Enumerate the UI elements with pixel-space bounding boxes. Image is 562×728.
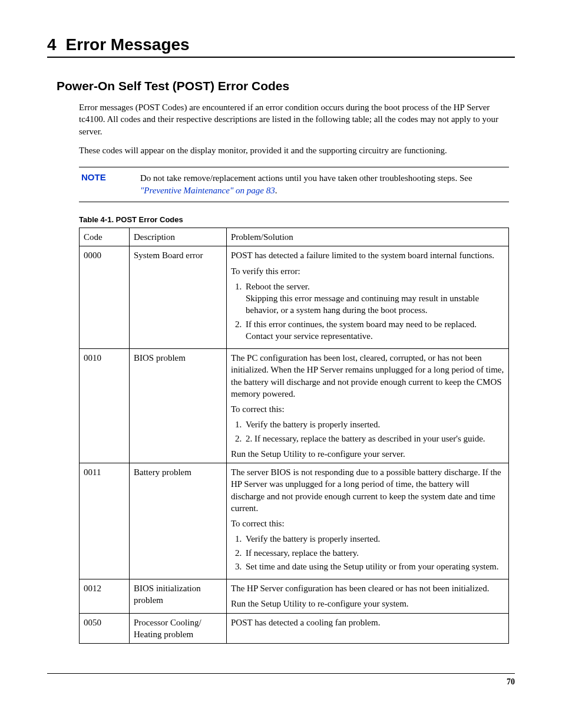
header-description: Description	[130, 228, 227, 246]
cell-description: BIOS problem	[130, 349, 227, 463]
cell-code: 0000	[80, 246, 130, 349]
cell-solution: POST has detected a cooling fan problem.	[227, 613, 509, 644]
solution-text: To verify this error:	[231, 265, 504, 277]
cell-code: 0010	[80, 349, 130, 463]
cell-solution: The PC configuration has been lost, clea…	[227, 349, 509, 463]
step-text: Reboot the server.	[246, 282, 310, 291]
cell-description: BIOS initialization problem	[130, 579, 227, 614]
step-item: 2. If necessary, replace the battery as …	[244, 433, 504, 444]
step-item: If necessary, replace the battery.	[244, 547, 504, 559]
page-footer: 70	[47, 673, 515, 687]
cell-solution: POST has detected a failure limited to t…	[227, 246, 509, 349]
table-row: 0050 Processor Cooling/ Heating problem …	[80, 613, 509, 644]
solution-text: Run the Setup Utility to re-configure yo…	[231, 598, 504, 610]
solution-text: To correct this:	[231, 518, 504, 529]
table-row: 0000 System Board error POST has detecte…	[80, 246, 509, 349]
solution-text: The HP Server configuration has been cle…	[231, 582, 504, 594]
note-box: NOTE Do not take remove/replacement acti…	[79, 167, 509, 202]
solution-text: The PC configuration has been lost, clea…	[231, 352, 504, 400]
intro-paragraph-2: These codes will appear on the display m…	[79, 144, 509, 156]
cell-code: 0012	[80, 579, 130, 614]
header-code: Code	[80, 228, 130, 246]
note-text-a: Do not take remove/replacement actions u…	[140, 173, 472, 183]
note-link[interactable]: "Preventive Maintenance" on page 83	[140, 186, 275, 195]
chapter-number: 4	[47, 35, 57, 54]
chapter-header: 4 Error Messages	[47, 35, 515, 58]
cell-description: Processor Cooling/ Heating problem	[130, 613, 227, 644]
step-item: Set time and date using the Setup utilit…	[244, 561, 504, 572]
solution-text: POST has detected a failure limited to t…	[231, 249, 504, 261]
section-title: Power-On Self Test (POST) Error Codes	[57, 79, 515, 93]
table-row: 0010 BIOS problem The PC configuration h…	[80, 349, 509, 463]
solution-text: The server BIOS is not responding due to…	[231, 466, 504, 514]
cell-description: Battery problem	[130, 463, 227, 579]
solution-steps: Reboot the server. Skipping this error m…	[231, 281, 504, 342]
cell-code: 0050	[80, 613, 130, 644]
page-number: 70	[507, 677, 515, 686]
body-content: Error messages (POST Codes) are encounte…	[79, 101, 509, 644]
step-item: Verify the battery is properly inserted.	[244, 533, 504, 545]
note-text: Do not take remove/replacement actions u…	[140, 172, 509, 197]
table-row: 0011 Battery problem The server BIOS is …	[80, 463, 509, 579]
solution-text: Run the Setup Utility to re-configure yo…	[231, 448, 504, 460]
header-solution: Problem/Solution	[227, 228, 509, 246]
cell-code: 0011	[80, 463, 130, 579]
step-item: Reboot the server. Skipping this error m…	[244, 281, 504, 317]
step-item: If this error continues, the system boar…	[244, 318, 504, 342]
post-error-table: Code Description Problem/Solution 0000 S…	[79, 228, 509, 644]
note-label: NOTE	[79, 172, 140, 182]
solution-steps: Verify the battery is properly inserted.…	[231, 533, 504, 572]
cell-solution: The server BIOS is not responding due to…	[227, 463, 509, 579]
table-row: 0012 BIOS initialization problem The HP …	[80, 579, 509, 614]
solution-steps: Verify the battery is properly inserted.…	[231, 419, 504, 444]
step-text: Skipping this error message and continui…	[246, 294, 479, 315]
intro-paragraph-1: Error messages (POST Codes) are encounte…	[79, 101, 509, 137]
chapter-title: Error Messages	[66, 35, 190, 54]
cell-description: System Board error	[130, 246, 227, 349]
cell-solution: The HP Server configuration has been cle…	[227, 579, 509, 614]
table-caption: Table 4-1. POST Error Codes	[79, 215, 509, 224]
note-text-b: .	[275, 186, 277, 195]
step-item: Verify the battery is properly inserted.	[244, 419, 504, 430]
table-header-row: Code Description Problem/Solution	[80, 228, 509, 246]
solution-text: To correct this:	[231, 403, 504, 415]
solution-text: POST has detected a cooling fan problem.	[231, 617, 504, 628]
